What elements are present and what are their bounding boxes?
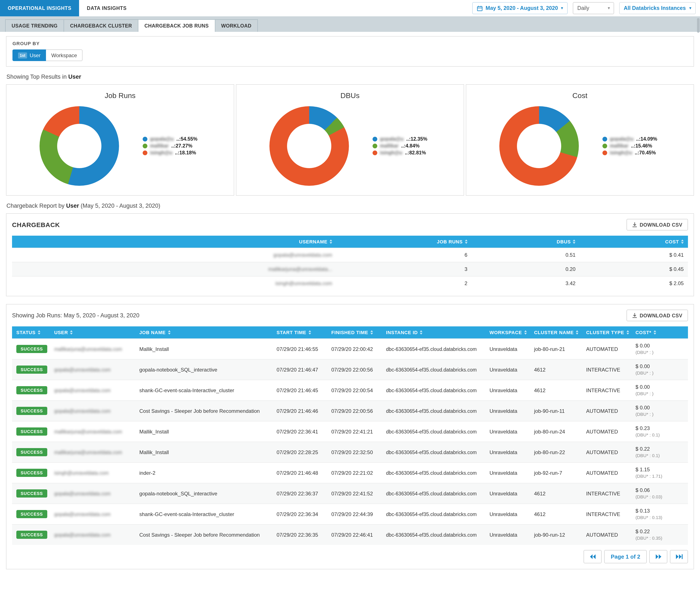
- username-cell: isingh@unraveldata.com: [12, 276, 337, 290]
- column-header[interactable]: CLUSTER NAME: [530, 326, 582, 339]
- column-label: DBUS: [557, 239, 571, 244]
- subtab-usage-trending[interactable]: USAGE TRENDING: [5, 19, 64, 32]
- sort-icon[interactable]: [370, 330, 373, 334]
- cluster-name-cell: job-90-run-11: [530, 401, 582, 421]
- legend-user-blurred: mallikar: [610, 143, 628, 149]
- column-header[interactable]: CLUSTER TYPE: [582, 326, 631, 339]
- subtab-chargeback-job-runs[interactable]: CHARGEBACK JOB RUNS: [138, 19, 215, 32]
- date-range-picker[interactable]: May 5, 2020 - August 3, 2020 ▾: [472, 2, 568, 14]
- job-run-row: SUCCESSgopala@unraveldata.comgopala-note…: [12, 483, 688, 504]
- cluster-type-cell: INTERACTIVE: [582, 483, 631, 504]
- legend-item: gopala@u..:14.09%: [603, 136, 660, 142]
- sort-icon[interactable]: [576, 330, 578, 334]
- cost-cell: $ 0.00(DBU* : ): [631, 359, 688, 380]
- sort-icon[interactable]: [309, 330, 311, 334]
- job-runs-body: SUCCESSmallikarjuna@unraveldata.comMalli…: [12, 339, 688, 545]
- user-blurred: gopala@unraveldata.com: [54, 408, 111, 413]
- pagination: Page 1 of 2: [12, 550, 688, 563]
- column-header[interactable]: STATUS: [12, 326, 50, 339]
- group-by-user-button[interactable]: 1st User: [12, 49, 46, 61]
- sort-icon[interactable]: [330, 240, 332, 244]
- sort-icon[interactable]: [524, 330, 527, 334]
- tab-data-insights[interactable]: DATA INSIGHTS: [79, 0, 134, 16]
- next-page-button[interactable]: [649, 550, 667, 563]
- legend-percent: ..:18.18%: [175, 150, 196, 156]
- subtab-workload[interactable]: WORKLOAD: [215, 19, 258, 32]
- top-results-prefix: Showing Top Results in: [6, 74, 68, 80]
- instances-select[interactable]: All Databricks Instances ▾: [619, 2, 696, 14]
- user-blurred: gopala@unraveldata.com: [54, 512, 111, 517]
- column-header[interactable]: USERNAME: [12, 236, 337, 248]
- job-name-cell: Mallik_Install: [135, 421, 272, 442]
- workspace-cell: Unraveldata: [485, 483, 530, 504]
- chevron-down-icon: ▾: [561, 6, 563, 10]
- chart-legend: gopala@u..:12.35%mallikar..:4.84%isingh@…: [373, 136, 431, 156]
- sort-icon[interactable]: [168, 330, 170, 334]
- job-name-cell: Cost Savings - Sleeper Job before Recomm…: [135, 401, 272, 421]
- job-runs-cell: 2: [337, 276, 472, 290]
- start-time-cell: 07/29/20 22:28:25: [272, 442, 327, 463]
- sort-icon[interactable]: [573, 240, 576, 244]
- legend-dot: [143, 144, 147, 148]
- granularity-select[interactable]: Daily ▾: [573, 2, 614, 14]
- tab-operational-insights[interactable]: OPERATIONAL INSIGHTS: [0, 0, 79, 16]
- finished-time-cell: 07/29/20 22:00:56: [327, 359, 382, 380]
- cost-cell: $ 0.41: [580, 248, 688, 262]
- user-blurred: mallikarjuna@unraveldata.com: [54, 346, 122, 352]
- legend-dot: [603, 137, 607, 142]
- cost-dbu: (DBU* : 0.35): [636, 535, 684, 541]
- status-badge: SUCCESS: [16, 386, 47, 394]
- cost-value: $ 0.22: [636, 446, 684, 452]
- workspace-cell: Unraveldata: [485, 421, 530, 442]
- subtab-chargeback-cluster[interactable]: CHARGEBACK CLUSTER: [63, 19, 138, 32]
- topbar-controls: May 5, 2020 - August 3, 2020 ▾ Daily ▾ A…: [472, 0, 700, 16]
- sort-icon[interactable]: [626, 330, 629, 334]
- column-header[interactable]: WORKSPACE: [485, 326, 530, 339]
- status-cell: SUCCESS: [12, 401, 50, 421]
- cost-cell: $ 2.05: [580, 276, 688, 290]
- job-runs-download-csv-button[interactable]: DOWNLOAD CSV: [626, 310, 688, 321]
- username-blurred: mallikarjuna@unraveldata...: [268, 266, 332, 272]
- column-header[interactable]: JOB RUNS: [337, 236, 472, 248]
- column-header[interactable]: START TIME: [272, 326, 327, 339]
- chargeback-download-csv-button[interactable]: DOWNLOAD CSV: [626, 219, 688, 231]
- legend-percent: ..:27.27%: [171, 143, 192, 149]
- cost-dbu: (DBU* : ): [636, 391, 684, 396]
- sort-icon[interactable]: [653, 330, 656, 334]
- chargeback-strong: User: [66, 202, 79, 209]
- group-by-workspace-button[interactable]: Workspace: [46, 49, 83, 61]
- instance-id-cell: dbc-63630654-ef35.cloud.databricks.com: [382, 401, 485, 421]
- job-name-cell: gopala-notebook_SQL_interactive: [135, 359, 272, 380]
- chargeback-prefix: Chargeback Report by: [6, 202, 66, 209]
- legend-user-blurred: isingh@u: [150, 150, 172, 156]
- previous-page-button[interactable]: [584, 550, 602, 563]
- sort-icon[interactable]: [70, 330, 73, 334]
- sort-icon[interactable]: [38, 330, 40, 334]
- chart-panel: DBUs gopala@u..:12.35%mallikar..:4.84%is…: [236, 84, 464, 196]
- column-header[interactable]: DBUS: [472, 236, 580, 248]
- cost-cell: $ 1.15(DBU* : 1.71): [631, 463, 688, 483]
- sort-icon[interactable]: [465, 240, 467, 244]
- status-badge: SUCCESS: [16, 469, 47, 477]
- column-header[interactable]: COST: [580, 236, 688, 248]
- column-header[interactable]: FINISHED TIME: [327, 326, 382, 339]
- legend-percent: ..:14.09%: [636, 136, 657, 142]
- last-page-button[interactable]: [670, 550, 688, 563]
- column-header[interactable]: COST*: [631, 326, 688, 339]
- chart-panel: Job Runs gopala@u..:54.55%mallikar..:27.…: [6, 84, 234, 196]
- legend-user-blurred: mallikar: [150, 143, 169, 149]
- chargeback-row: mallikarjuna@unraveldata...30.20$ 0.45: [12, 262, 688, 276]
- column-header[interactable]: JOB NAME: [135, 326, 272, 339]
- sort-icon[interactable]: [420, 330, 423, 334]
- status-cell: SUCCESS: [12, 504, 50, 524]
- column-header[interactable]: USER: [50, 326, 135, 339]
- user-blurred: gopala@unraveldata.com: [54, 491, 111, 496]
- legend-percent: ..:12.35%: [406, 136, 427, 142]
- chart-title: DBUs: [240, 91, 460, 100]
- column-header[interactable]: INSTANCE ID: [382, 326, 485, 339]
- chart-title: Cost: [471, 91, 689, 100]
- sort-icon[interactable]: [681, 240, 684, 244]
- cost-cell: $ 0.22(DBU* : 0.35): [631, 524, 688, 545]
- scrollbar-thumb[interactable]: [697, 18, 700, 33]
- legend-user-blurred: isingh@u: [380, 150, 402, 156]
